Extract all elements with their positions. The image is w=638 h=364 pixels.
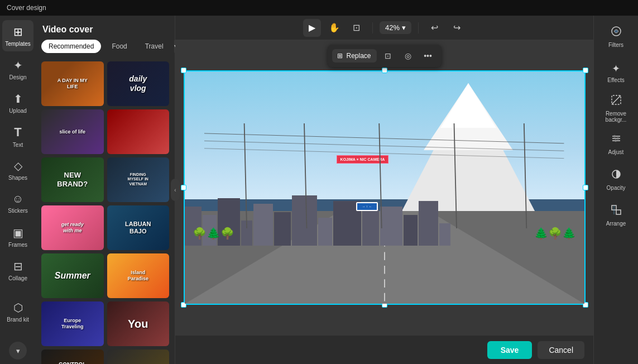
- replace-button[interactable]: ⊞ Replace: [332, 49, 376, 63]
- svg-marker-2: [440, 83, 496, 128]
- template-card[interactable]: CONTROLYOURMIND: [41, 349, 104, 364]
- filters-icon: [611, 26, 622, 40]
- filters-label: Filters: [608, 42, 623, 48]
- svg-rect-24: [616, 210, 621, 214]
- crop-button[interactable]: ⊡: [379, 47, 397, 65]
- tab-food[interactable]: Food: [104, 40, 134, 53]
- right-sidebar-remove-bg[interactable]: Remove backgr...: [597, 92, 636, 125]
- scene-billboard: KOJIMA × NIC CAMERA: [337, 155, 389, 164]
- title-bar: Cover design: [0, 0, 638, 16]
- template-card-text: slice of life: [59, 129, 85, 135]
- template-card-text: LABUANBAJO: [125, 221, 151, 235]
- template-card[interactable]: You: [107, 301, 170, 346]
- sidebar-label-templates: Templates: [5, 41, 31, 47]
- canvas-image[interactable]: KOJIMA × NIC CAMERA: [184, 70, 586, 305]
- replace-icon: ⊞: [337, 52, 343, 60]
- replace-label: Replace: [346, 52, 371, 60]
- hand-tool-icon: ✋: [329, 22, 340, 33]
- template-card[interactable]: A DAY IN MY LIFE: [41, 61, 104, 106]
- zoom-control[interactable]: 42% ▾: [380, 21, 411, 34]
- canvas-background: KOJIMA × NIC CAMERA: [175, 40, 593, 335]
- template-card[interactable]: Island Paradise: [107, 253, 170, 298]
- sidebar-item-design[interactable]: ✦ Design: [2, 54, 33, 85]
- select-tool-button[interactable]: ▶: [303, 19, 321, 37]
- scene-buildings: [185, 179, 584, 246]
- toolbar-divider-2: [418, 22, 419, 33]
- sidebar-item-stickers[interactable]: ☺ Stickers: [2, 188, 33, 219]
- template-panel: Video cover Recommended Food Travel ▾ A …: [36, 16, 175, 364]
- toolbar-divider: [372, 22, 373, 33]
- cancel-button[interactable]: Cancel: [538, 341, 584, 359]
- template-card-text: Island Paradise: [122, 270, 153, 282]
- sidebar-item-brand-kit[interactable]: ⬡ Brand kit: [2, 296, 33, 327]
- tab-recommended[interactable]: Recommended: [41, 40, 101, 53]
- sidebar-item-upload[interactable]: ⬆ Upload: [2, 87, 33, 118]
- effects-label: Effects: [607, 77, 624, 83]
- handle-top-left[interactable]: [181, 68, 186, 73]
- more-options-icon: •••: [424, 51, 432, 60]
- svg-line-15: [612, 95, 621, 104]
- edit-image-button[interactable]: ◎: [399, 47, 417, 65]
- handle-top-right[interactable]: [583, 68, 588, 73]
- canvas-area: ▶ ✋ ⊡ 42% ▾ ↩ ↪: [175, 16, 593, 364]
- scene-trees-left: 🌳🌲🌳: [193, 228, 234, 239]
- template-card[interactable]: get readywith me: [41, 205, 104, 250]
- sidebar-expand-button[interactable]: ▾: [9, 342, 27, 360]
- canvas-toolbar: ▶ ✋ ⊡ 42% ▾ ↩ ↪: [175, 16, 593, 40]
- sidebar-label-text: Text: [13, 142, 23, 148]
- template-card[interactable]: HOW PODCASTCHANGED MY LIFE: [107, 349, 170, 364]
- canvas-frame: KOJIMA × NIC CAMERA: [184, 70, 586, 305]
- canvas-workspace[interactable]: KOJIMA × NIC CAMERA: [175, 40, 593, 335]
- opacity-icon: [611, 169, 622, 183]
- view-tool-button[interactable]: ⊡: [348, 19, 366, 37]
- templates-icon: ⊞: [13, 25, 23, 39]
- right-sidebar-opacity[interactable]: Opacity: [597, 163, 636, 197]
- template-card[interactable]: daily vlog: [107, 61, 170, 106]
- view-tool-icon: ⊡: [353, 22, 360, 33]
- sidebar-label-collage: Collage: [8, 275, 27, 281]
- panel-collapse-handle[interactable]: ‹: [171, 179, 180, 201]
- design-icon: ✦: [13, 59, 23, 72]
- sidebar-item-frames[interactable]: ▣ Frames: [2, 221, 33, 252]
- tab-travel[interactable]: Travel: [138, 40, 171, 53]
- template-card-text: Summer: [55, 270, 90, 281]
- template-card-text: A DAY IN MY LIFE: [57, 78, 88, 90]
- scene-trees-right: 🌲🌳🌲: [534, 228, 576, 239]
- more-options-button[interactable]: •••: [419, 47, 437, 65]
- template-card[interactable]: NEWBRAND?: [41, 157, 104, 202]
- sidebar-item-text[interactable]: T Text: [2, 121, 33, 152]
- template-card-text: NEWBRAND?: [57, 171, 88, 188]
- undo-button[interactable]: ↩: [425, 19, 443, 37]
- effects-icon: ✦: [612, 63, 620, 75]
- right-sidebar-arrange[interactable]: Arrange: [597, 199, 636, 232]
- hand-tool-button[interactable]: ✋: [325, 19, 343, 37]
- right-sidebar-adjust[interactable]: Adjust: [597, 127, 636, 161]
- sidebar-label-upload: Upload: [9, 108, 27, 114]
- filter-tabs: Recommended Food Travel ▾: [36, 39, 175, 58]
- sidebar-label-stickers: Stickers: [8, 208, 28, 214]
- template-grid: A DAY IN MY LIFE daily vlog slice of lif…: [36, 58, 175, 364]
- template-card[interactable]: LABUANBAJO: [107, 205, 170, 250]
- select-tool-icon: ▶: [309, 22, 315, 33]
- stickers-icon: ☺: [12, 193, 23, 205]
- crop-icon: ⊡: [385, 51, 391, 60]
- sidebar-item-collage[interactable]: ⊟ Collage: [2, 255, 33, 286]
- sidebar-item-templates[interactable]: ⊞ Templates: [2, 20, 33, 51]
- template-card[interactable]: slice of life: [41, 109, 104, 154]
- handle-top-middle[interactable]: [382, 68, 387, 73]
- template-card[interactable]: FINDING MYSELF IN VIETNAM: [107, 157, 170, 202]
- svg-point-21: [615, 140, 617, 142]
- right-sidebar-effects[interactable]: ✦ Effects: [597, 56, 636, 89]
- template-card[interactable]: [107, 109, 170, 154]
- template-card[interactable]: EuropeTraveling: [41, 301, 104, 346]
- redo-button[interactable]: ↪: [448, 19, 466, 37]
- right-sidebar-filters[interactable]: Filters: [597, 20, 636, 54]
- expand-chevron-icon: ▾: [16, 347, 20, 355]
- sidebar-item-shapes[interactable]: ◇ Shapes: [2, 154, 33, 185]
- template-card[interactable]: Summer: [41, 253, 104, 298]
- arrange-icon: [611, 204, 622, 218]
- remove-bg-icon: [611, 94, 622, 108]
- save-button[interactable]: Save: [487, 341, 533, 359]
- bottom-bar: Save Cancel: [175, 335, 593, 364]
- shapes-icon: ◇: [14, 159, 22, 173]
